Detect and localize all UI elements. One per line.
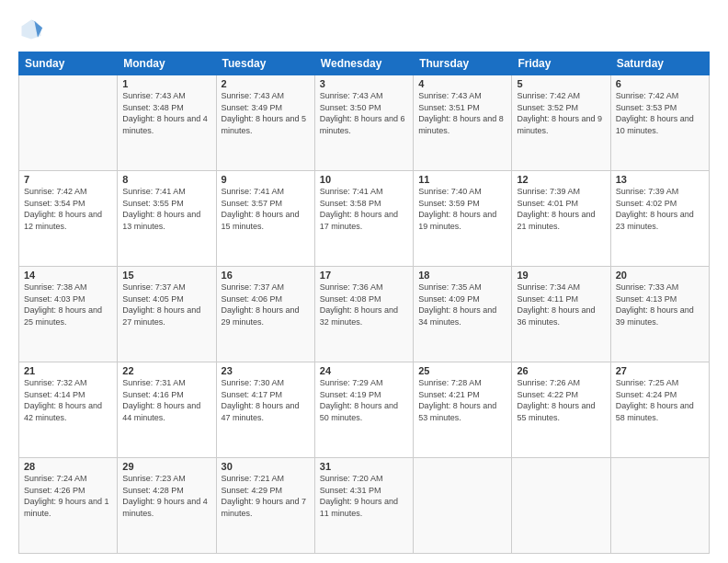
cell-details: Sunrise: 7:43 AMSunset: 3:48 PMDaylight:…	[122, 90, 210, 136]
calendar-week-3: 21Sunrise: 7:32 AMSunset: 4:14 PMDayligh…	[19, 362, 710, 458]
day-number: 29	[122, 461, 210, 472]
day-number: 28	[24, 461, 112, 472]
weekday-thursday: Thursday	[414, 52, 512, 75]
calendar-cell	[414, 458, 512, 554]
calendar-cell: 24Sunrise: 7:29 AMSunset: 4:19 PMDayligh…	[314, 362, 413, 458]
calendar-cell: 21Sunrise: 7:32 AMSunset: 4:14 PMDayligh…	[19, 362, 118, 458]
weekday-header-row: SundayMondayTuesdayWednesdayThursdayFrid…	[19, 52, 710, 75]
cell-details: Sunrise: 7:33 AMSunset: 4:13 PMDaylight:…	[616, 282, 704, 327]
day-number: 1	[122, 78, 210, 89]
calendar-cell: 14Sunrise: 7:38 AMSunset: 4:03 PMDayligh…	[19, 267, 118, 362]
cell-details: Sunrise: 7:39 AMSunset: 4:01 PMDaylight:…	[517, 186, 605, 232]
cell-details: Sunrise: 7:29 AMSunset: 4:19 PMDaylight:…	[320, 377, 408, 423]
calendar-cell: 29Sunrise: 7:23 AMSunset: 4:28 PMDayligh…	[118, 458, 216, 554]
calendar-cell: 23Sunrise: 7:30 AMSunset: 4:17 PMDayligh…	[216, 362, 314, 458]
day-number: 26	[517, 365, 605, 376]
day-number: 25	[418, 365, 506, 376]
day-number: 9	[222, 174, 310, 185]
calendar-cell	[610, 458, 709, 554]
day-number: 15	[122, 270, 210, 281]
calendar-cell: 8Sunrise: 7:41 AMSunset: 3:55 PMDaylight…	[118, 171, 216, 267]
calendar-cell: 5Sunrise: 7:42 AMSunset: 3:52 PMDaylight…	[512, 75, 610, 171]
calendar-cell: 27Sunrise: 7:25 AMSunset: 4:24 PMDayligh…	[610, 362, 709, 458]
day-number: 7	[24, 174, 112, 185]
cell-details: Sunrise: 7:25 AMSunset: 4:24 PMDaylight:…	[616, 377, 704, 423]
calendar-cell: 30Sunrise: 7:21 AMSunset: 4:29 PMDayligh…	[216, 458, 314, 554]
day-number: 30	[222, 461, 310, 472]
cell-details: Sunrise: 7:30 AMSunset: 4:17 PMDaylight:…	[222, 377, 310, 423]
cell-details: Sunrise: 7:35 AMSunset: 4:09 PMDaylight:…	[418, 282, 506, 327]
day-number: 14	[24, 270, 112, 281]
cell-details: Sunrise: 7:43 AMSunset: 3:49 PMDaylight:…	[222, 90, 310, 136]
weekday-sunday: Sunday	[19, 52, 118, 75]
calendar-cell: 19Sunrise: 7:34 AMSunset: 4:11 PMDayligh…	[512, 267, 610, 362]
calendar-cell: 28Sunrise: 7:24 AMSunset: 4:26 PMDayligh…	[19, 458, 118, 554]
calendar-cell: 1Sunrise: 7:43 AMSunset: 3:48 PMDaylight…	[118, 75, 216, 171]
day-number: 3	[320, 78, 408, 89]
cell-details: Sunrise: 7:42 AMSunset: 3:53 PMDaylight:…	[616, 90, 704, 136]
cell-details: Sunrise: 7:36 AMSunset: 4:08 PMDaylight:…	[320, 282, 408, 327]
day-number: 2	[222, 78, 310, 89]
day-number: 19	[517, 270, 605, 281]
day-number: 10	[320, 174, 408, 185]
cell-details: Sunrise: 7:43 AMSunset: 3:51 PMDaylight:…	[418, 90, 506, 136]
weekday-friday: Friday	[512, 52, 610, 75]
calendar-cell: 11Sunrise: 7:40 AMSunset: 3:59 PMDayligh…	[414, 171, 512, 267]
day-number: 22	[122, 365, 210, 376]
weekday-saturday: Saturday	[610, 52, 709, 75]
cell-details: Sunrise: 7:26 AMSunset: 4:22 PMDaylight:…	[517, 377, 605, 423]
cell-details: Sunrise: 7:41 AMSunset: 3:58 PMDaylight:…	[320, 186, 408, 232]
weekday-monday: Monday	[118, 52, 216, 75]
calendar-cell	[19, 75, 118, 171]
cell-details: Sunrise: 7:37 AMSunset: 4:06 PMDaylight:…	[222, 282, 310, 327]
day-number: 13	[616, 174, 704, 185]
calendar-cell: 10Sunrise: 7:41 AMSunset: 3:58 PMDayligh…	[314, 171, 413, 267]
cell-details: Sunrise: 7:42 AMSunset: 3:52 PMDaylight:…	[517, 90, 605, 136]
page: SundayMondayTuesdayWednesdayThursdayFrid…	[0, 0, 728, 563]
calendar-cell: 4Sunrise: 7:43 AMSunset: 3:51 PMDaylight…	[414, 75, 512, 171]
calendar-cell: 7Sunrise: 7:42 AMSunset: 3:54 PMDaylight…	[19, 171, 118, 267]
day-number: 21	[24, 365, 112, 376]
calendar-cell: 12Sunrise: 7:39 AMSunset: 4:01 PMDayligh…	[512, 171, 610, 267]
calendar-cell: 16Sunrise: 7:37 AMSunset: 4:06 PMDayligh…	[216, 267, 314, 362]
calendar-cell: 31Sunrise: 7:20 AMSunset: 4:31 PMDayligh…	[314, 458, 413, 554]
day-number: 20	[616, 270, 704, 281]
cell-details: Sunrise: 7:20 AMSunset: 4:31 PMDaylight:…	[320, 473, 408, 519]
weekday-wednesday: Wednesday	[314, 52, 413, 75]
day-number: 24	[320, 365, 408, 376]
weekday-tuesday: Tuesday	[216, 52, 314, 75]
calendar-cell: 3Sunrise: 7:43 AMSunset: 3:50 PMDaylight…	[314, 75, 413, 171]
cell-details: Sunrise: 7:34 AMSunset: 4:11 PMDaylight:…	[517, 282, 605, 327]
cell-details: Sunrise: 7:21 AMSunset: 4:29 PMDaylight:…	[222, 473, 310, 519]
calendar-cell	[512, 458, 610, 554]
day-number: 5	[517, 78, 605, 89]
calendar-cell: 20Sunrise: 7:33 AMSunset: 4:13 PMDayligh…	[610, 267, 709, 362]
cell-details: Sunrise: 7:40 AMSunset: 3:59 PMDaylight:…	[418, 186, 506, 232]
cell-details: Sunrise: 7:41 AMSunset: 3:55 PMDaylight:…	[122, 186, 210, 232]
header	[18, 17, 710, 42]
day-number: 18	[418, 270, 506, 281]
calendar-table: SundayMondayTuesdayWednesdayThursdayFrid…	[18, 52, 710, 554]
day-number: 23	[222, 365, 310, 376]
cell-details: Sunrise: 7:41 AMSunset: 3:57 PMDaylight:…	[222, 186, 310, 232]
day-number: 17	[320, 270, 408, 281]
day-number: 27	[616, 365, 704, 376]
day-number: 12	[517, 174, 605, 185]
day-number: 16	[222, 270, 310, 281]
cell-details: Sunrise: 7:43 AMSunset: 3:50 PMDaylight:…	[320, 90, 408, 136]
cell-details: Sunrise: 7:23 AMSunset: 4:28 PMDaylight:…	[122, 473, 210, 519]
calendar-week-4: 28Sunrise: 7:24 AMSunset: 4:26 PMDayligh…	[19, 458, 710, 554]
day-number: 8	[122, 174, 210, 185]
calendar-week-1: 7Sunrise: 7:42 AMSunset: 3:54 PMDaylight…	[19, 171, 710, 267]
logo-icon	[18, 17, 44, 42]
cell-details: Sunrise: 7:24 AMSunset: 4:26 PMDaylight:…	[24, 473, 112, 519]
calendar-cell: 25Sunrise: 7:28 AMSunset: 4:21 PMDayligh…	[414, 362, 512, 458]
cell-details: Sunrise: 7:31 AMSunset: 4:16 PMDaylight:…	[122, 377, 210, 423]
day-number: 11	[418, 174, 506, 185]
day-number: 6	[616, 78, 704, 89]
calendar-cell: 6Sunrise: 7:42 AMSunset: 3:53 PMDaylight…	[610, 75, 709, 171]
calendar-week-0: 1Sunrise: 7:43 AMSunset: 3:48 PMDaylight…	[19, 75, 710, 171]
calendar-cell: 9Sunrise: 7:41 AMSunset: 3:57 PMDaylight…	[216, 171, 314, 267]
calendar-cell: 15Sunrise: 7:37 AMSunset: 4:05 PMDayligh…	[118, 267, 216, 362]
day-number: 4	[418, 78, 506, 89]
